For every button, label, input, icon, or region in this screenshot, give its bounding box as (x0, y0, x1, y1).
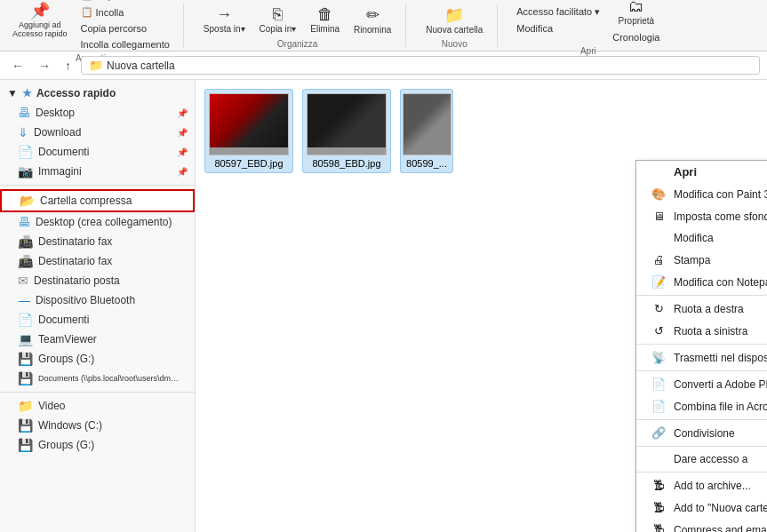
quick-access-header[interactable]: ▼ ★ Accesso rapido (0, 83, 195, 103)
sidebar-item-teamviewer[interactable]: 💻 TeamViewer (0, 330, 195, 349)
sposta-icon: → (216, 5, 232, 24)
ctx-compress-email[interactable]: 🗜 Compress and email... (636, 519, 767, 532)
ribbon-group-appunti: 📌 Aggiungi adAccesso rapido 📋 Copia 📋 In… (7, 4, 184, 47)
ctx-condivisione-label: Condivisione (674, 427, 735, 440)
ctx-ruota-destra-label: Ruota a destra (674, 303, 744, 315)
ctx-imposta-sfondo-label: Imposta come sfondo del desktop (674, 210, 767, 223)
download-label: Download (34, 126, 81, 139)
ctx-combina-acrobat-label: Combina file in Acrobat... (674, 401, 767, 413)
address-path[interactable]: 📁 Nuova cartella (81, 56, 760, 75)
nuova-cartella-button[interactable]: 📁 Nuova cartella (420, 3, 488, 37)
mail-icon: ✉ (18, 274, 28, 288)
ctx-sep4 (636, 419, 767, 420)
aggiungi-label: Aggiungi adAccesso rapido (12, 20, 68, 38)
copia-icon: 📋 (81, 0, 93, 1)
teamviewer-label: TeamViewer (38, 333, 97, 345)
rinomina-label: Rinomina (354, 25, 391, 35)
sidebar-divider2 (0, 392, 195, 393)
desktop-label: Desktop (36, 107, 75, 119)
ctx-add-nuova-rar[interactable]: 🗜 Add to "Nuova cartella.rar" (636, 496, 767, 519)
ribbon-group-organizza: → Sposta in▾ ⎘ Copia in▾ 🗑 Elimina ✏ Rin… (198, 4, 406, 47)
ctx-modifica[interactable]: Modifica (636, 227, 767, 249)
documents-h-label: Documents (\\pbs.local\root\users\dmarcu… (38, 374, 180, 383)
ctx-condivisione[interactable]: 🔗 Condivisione (636, 422, 767, 444)
sidebar-item-groups-g2[interactable]: 💾 Groups (G:) (0, 435, 195, 455)
sposta-in-button[interactable]: → Sposta in▾ (198, 3, 251, 36)
ctx-dare-accesso[interactable]: Dare accesso a ► (636, 449, 767, 470)
sidebar-item-documenti[interactable]: 📄 Documenti 📌 (0, 142, 195, 162)
ctx-converti-pdf[interactable]: 📄 Converti a Adobe PDF (636, 373, 767, 395)
documenti-label: Documenti (38, 146, 89, 158)
ribbon: 📌 Aggiungi adAccesso rapido 📋 Copia 📋 In… (0, 0, 767, 52)
file-item-3[interactable]: 80599_... (400, 89, 453, 173)
ctx-apri[interactable]: Apri (636, 161, 767, 183)
ctx-dare-accesso-label: Dare accesso a (674, 453, 747, 465)
organizza-label: Organizza (277, 39, 318, 49)
apri-label: Apri (580, 46, 596, 56)
ctx-compress-email-label: Compress and email... (674, 524, 767, 533)
proprieta-icon: 🗂 (628, 0, 644, 16)
dest-posta-label: Destinatario posta (34, 274, 120, 287)
back-button[interactable]: ← (7, 57, 28, 75)
accesso-facilitato-button[interactable]: Accesso facilitato ▾ (512, 4, 604, 20)
sidebar-item-dest-posta[interactable]: ✉ Destinatario posta (0, 271, 195, 290)
copia-button[interactable]: 📋 Copia (76, 0, 174, 3)
sidebar-item-documenti2[interactable]: 📄 Documenti (0, 310, 195, 330)
ctx-trasmetti[interactable]: 📡 Trasmetti nel dispositivo ► (636, 346, 767, 369)
immagini-icon: 📷 (18, 164, 33, 179)
sidebar-item-groups-g[interactable]: 💾 Groups (G:) (0, 349, 195, 369)
elimina-icon: 🗑 (317, 5, 333, 24)
sidebar-item-video[interactable]: 📁 Video (0, 396, 195, 416)
sidebar-item-download[interactable]: ⇓ Download 📌 (0, 123, 195, 142)
ctx-imposta-sfondo[interactable]: 🖥 Imposta come sfondo del desktop (636, 205, 767, 227)
incolla-collegamento-button[interactable]: Incolla collegamento (76, 37, 174, 52)
accesso-facilitato-label: Accesso facilitato ▾ (516, 6, 600, 18)
incolla-label: Incolla (96, 7, 124, 18)
ctx-sep1 (636, 295, 767, 296)
copia-percorso-button[interactable]: Copia percorso (76, 21, 174, 36)
desktop-icon: 🖶 (18, 106, 30, 120)
file-item-2[interactable]: 80598_EBD.jpg (302, 89, 391, 173)
file-item-1[interactable]: 80597_EBD.jpg (204, 89, 293, 173)
ctx-modifica-paint[interactable]: 🎨 Modifica con Paint 3D (636, 183, 767, 205)
rinomina-button[interactable]: ✏ Rinomina (348, 3, 396, 37)
path-folder-icon: 📁 (89, 59, 103, 72)
forward-button[interactable]: → (34, 57, 55, 75)
sidebar-item-desktop-collegamento[interactable]: 🖶 Desktop (crea collegamento) (0, 212, 195, 232)
up-button[interactable]: ↑ (60, 57, 76, 75)
aggiungi-accesso-rapido-button[interactable]: 📌 Aggiungi adAccesso rapido (7, 0, 73, 41)
ribbon-buttons-appunti: 📌 Aggiungi adAccesso rapido 📋 Copia 📋 In… (7, 0, 174, 52)
ctx-notepad[interactable]: 📝 Modifica con Notepad++ (636, 271, 767, 293)
copia-in-button[interactable]: ⎘ Copia in▾ (254, 3, 302, 36)
pin-icon-img: 📌 (177, 167, 188, 177)
ribbon-group-apri: Accesso facilitato ▾ Modifica 🗂 Propriet… (512, 4, 673, 47)
ctx-add-archive[interactable]: 🗜 Add to archive... (636, 474, 767, 496)
nuovo-label: Nuovo (442, 39, 467, 49)
sidebar: ▼ ★ Accesso rapido 🖶 Desktop 📌 ⇓ Downloa… (0, 80, 196, 532)
ctx-ruota-sinistra[interactable]: ↺ Ruota a sinistra (636, 320, 767, 342)
ribbon-group-nuovo: 📁 Nuova cartella Nuovo (420, 4, 498, 47)
ctx-ruota-destra[interactable]: ↻ Ruota a destra (636, 298, 767, 320)
sidebar-item-desktop[interactable]: 🖶 Desktop 📌 (0, 103, 195, 123)
nuova-cartella-label: Nuova cartella (426, 25, 483, 35)
ctx-stampa-label: Stampa (674, 254, 710, 266)
sposta-label: Sposta in▾ (204, 24, 245, 34)
proprieta-button[interactable]: 🗂 Proprietà (608, 0, 664, 28)
sidebar-item-dest-fax2[interactable]: 📠 Destinatario fax (0, 251, 195, 271)
sidebar-item-cartella-compressa[interactable]: 📂 Cartella compressa (0, 189, 195, 212)
incolla-button[interactable]: 📋 Incolla (76, 4, 174, 20)
desktop-coll-label: Desktop (crea collegamento) (36, 216, 172, 228)
sidebar-item-dest-fax1[interactable]: 📠 Destinatario fax (0, 232, 195, 251)
sidebar-item-bluetooth[interactable]: ⸻ Dispositivo Bluetooth (0, 290, 195, 310)
modifica-button[interactable]: Modifica (512, 21, 604, 36)
ctx-sep3 (636, 370, 767, 371)
ctx-stampa[interactable]: 🖨 Stampa (636, 249, 767, 271)
sidebar-item-immagini[interactable]: 📷 Immagini 📌 (0, 162, 195, 181)
teamviewer-icon: 💻 (18, 332, 33, 346)
ctx-combina-acrobat[interactable]: 📄 Combina file in Acrobat... (636, 395, 767, 417)
ctx-sep6 (636, 472, 767, 472)
sidebar-item-documents-h[interactable]: 💾 Documents (\\pbs.local\root\users\dmar… (0, 369, 195, 388)
cronologia-button[interactable]: Cronologia (608, 30, 664, 44)
sidebar-item-windows-c[interactable]: 💾 Windows (C:) (0, 416, 195, 435)
elimina-button[interactable]: 🗑 Elimina (305, 3, 345, 36)
